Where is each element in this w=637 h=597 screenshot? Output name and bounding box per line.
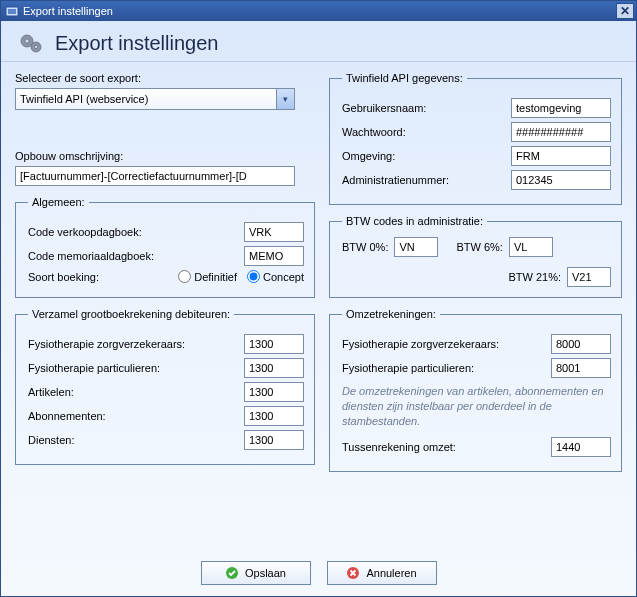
algemeen-legend: Algemeen: <box>28 196 89 208</box>
gebruikersnaam-label: Gebruikersnaam: <box>342 102 503 114</box>
omgeving-label: Omgeving: <box>342 150 503 162</box>
wachtwoord-input[interactable] <box>511 122 611 142</box>
code-memoriaal-label: Code memoriaaldagboek: <box>28 250 236 262</box>
code-memoriaal-input[interactable] <box>244 246 304 266</box>
titlebar: Export instellingen ✕ <box>1 1 636 21</box>
code-verkoop-label: Code verkoopdagboek: <box>28 226 236 238</box>
verzamel-row: Fysiotherapie zorgverzekeraars: <box>28 334 304 354</box>
tussen-label: Tussenrekening omzet: <box>342 441 543 453</box>
save-button-label: Opslaan <box>245 567 286 579</box>
verzamel-label: Fysiotherapie particulieren: <box>28 362 236 374</box>
save-button[interactable]: Opslaan <box>201 561 311 585</box>
verzamel-label: Fysiotherapie zorgverzekeraars: <box>28 338 236 350</box>
btw-group: BTW codes in administratie: BTW 0%: BTW … <box>329 215 622 298</box>
btw-legend: BTW codes in administratie: <box>342 215 487 227</box>
verzamel-row: Fysiotherapie particulieren: <box>28 358 304 378</box>
right-column: Twinfield API gegevens: Gebruikersnaam: … <box>329 72 622 550</box>
omzet-group: Omzetrekeningen: Fysiotherapie zorgverze… <box>329 308 622 472</box>
gebruikersnaam-input[interactable] <box>511 98 611 118</box>
footer: Opslaan Annuleren <box>1 556 636 596</box>
btw-0-label: BTW 0%: <box>342 241 388 253</box>
admin-label: Administratienummer: <box>342 174 503 186</box>
gears-icon <box>17 29 45 57</box>
btw-21-label: BTW 21%: <box>508 271 561 283</box>
verzamel-input-2[interactable] <box>244 382 304 402</box>
fysio-zorg-input[interactable] <box>551 334 611 354</box>
cancel-button-label: Annuleren <box>366 567 416 579</box>
omzet-note: De omzetrekeningen van artikelen, abonne… <box>342 384 611 429</box>
radio-definitief-label: Definitief <box>194 271 237 283</box>
code-verkoop-input[interactable] <box>244 222 304 242</box>
verzamel-group: Verzamel grootboekrekening debiteuren: F… <box>15 308 315 465</box>
export-type-label: Selecteer de soort export: <box>15 72 315 84</box>
page-title: Export instellingen <box>55 32 218 55</box>
btw-6-input[interactable] <box>509 237 553 257</box>
verzamel-label: Abonnementen: <box>28 410 236 422</box>
omzet-legend: Omzetrekeningen: <box>342 308 440 320</box>
soort-boeking-label: Soort boeking: <box>28 271 170 283</box>
twinfield-group: Twinfield API gegevens: Gebruikersnaam: … <box>329 72 622 205</box>
cancel-icon <box>346 566 360 580</box>
header: Export instellingen <box>1 21 636 62</box>
export-type-select[interactable] <box>15 88 295 110</box>
export-settings-window: Export instellingen ✕ Export instellinge… <box>0 0 637 597</box>
radio-concept-label: Concept <box>263 271 304 283</box>
export-type-block: Selecteer de soort export: ▾ <box>15 72 315 110</box>
verzamel-input-3[interactable] <box>244 406 304 426</box>
twinfield-legend: Twinfield API gegevens: <box>342 72 467 84</box>
fysio-part-label: Fysiotherapie particulieren: <box>342 362 543 374</box>
content: Selecteer de soort export: ▾ Opbouw omsc… <box>1 62 636 556</box>
btw-6-label: BTW 6%: <box>456 241 502 253</box>
verzamel-row: Abonnementen: <box>28 406 304 426</box>
btw-21-input[interactable] <box>567 267 611 287</box>
titlebar-title: Export instellingen <box>23 5 113 17</box>
verzamel-row: Artikelen: <box>28 382 304 402</box>
omgeving-input[interactable] <box>511 146 611 166</box>
fysio-zorg-label: Fysiotherapie zorgverzekeraars: <box>342 338 543 350</box>
radio-concept-input[interactable] <box>247 270 260 283</box>
verzamel-input-4[interactable] <box>244 430 304 450</box>
tussen-input[interactable] <box>551 437 611 457</box>
close-icon: ✕ <box>620 4 630 18</box>
verzamel-label: Diensten: <box>28 434 236 446</box>
radio-definitief[interactable]: Definitief <box>178 270 237 283</box>
wachtwoord-label: Wachtwoord: <box>342 126 503 138</box>
opbouw-block: Opbouw omschrijving: <box>15 150 315 186</box>
verzamel-label: Artikelen: <box>28 386 236 398</box>
close-button[interactable]: ✕ <box>616 3 634 19</box>
radio-concept[interactable]: Concept <box>247 270 304 283</box>
verzamel-row: Diensten: <box>28 430 304 450</box>
svg-point-5 <box>34 45 37 48</box>
verzamel-legend: Verzamel grootboekrekening debiteuren: <box>28 308 234 320</box>
cancel-button[interactable]: Annuleren <box>327 561 437 585</box>
app-icon <box>5 4 19 18</box>
opbouw-input[interactable] <box>15 166 295 186</box>
opbouw-label: Opbouw omschrijving: <box>15 150 315 162</box>
algemeen-group: Algemeen: Code verkoopdagboek: Code memo… <box>15 196 315 298</box>
left-column: Selecteer de soort export: ▾ Opbouw omsc… <box>15 72 315 550</box>
verzamel-input-1[interactable] <box>244 358 304 378</box>
check-icon <box>225 566 239 580</box>
verzamel-input-0[interactable] <box>244 334 304 354</box>
radio-definitief-input[interactable] <box>178 270 191 283</box>
svg-rect-1 <box>8 9 16 14</box>
fysio-part-input[interactable] <box>551 358 611 378</box>
svg-point-3 <box>25 39 29 43</box>
admin-input[interactable] <box>511 170 611 190</box>
btw-0-input[interactable] <box>394 237 438 257</box>
